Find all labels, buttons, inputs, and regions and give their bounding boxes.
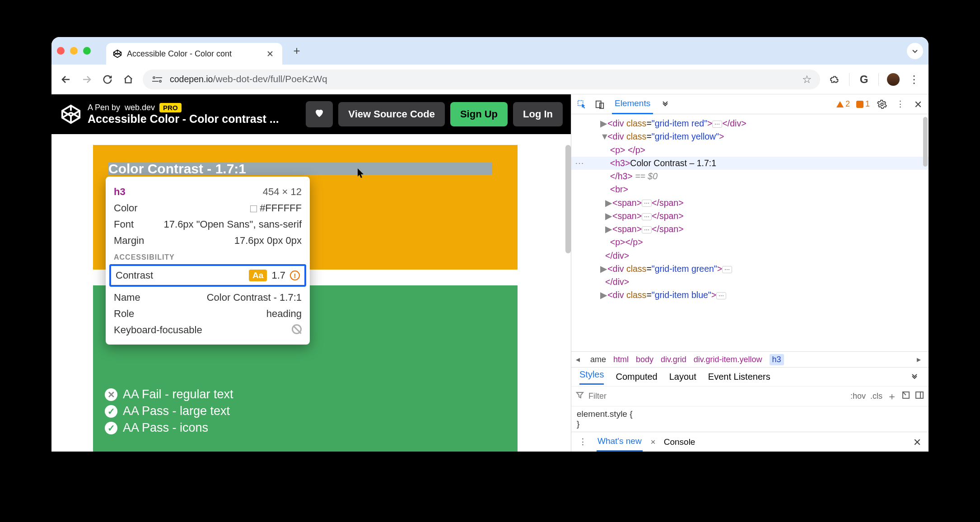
computed-tab[interactable]: Computed [616,372,657,382]
tab-overflow-button[interactable] [907,43,923,59]
dom-node[interactable]: ▶<div class="grid-item red">⋯</div> [571,117,929,130]
console-tab[interactable]: Console [664,437,695,447]
warning-icon: ! [290,270,300,280]
browser-tab[interactable]: Accessible Color - Color cont [106,43,282,65]
profile-avatar[interactable] [887,73,900,86]
heart-button[interactable] [306,101,333,127]
dom-node[interactable]: ▶<div class="grid-item green">⋯ [571,262,929,275]
dom-node[interactable]: ⋯ <h3>Color Contrast – 1.7:1 [571,157,929,170]
elements-tab[interactable]: Elements [612,94,653,114]
crumb-item[interactable]: body [636,355,653,364]
browser-toolbar: codepen.io/web-dot-dev/full/PoeKzWq ☆ G … [51,65,929,94]
view-source-button[interactable]: View Source Code [338,102,445,126]
maximize-window-icon[interactable] [83,47,91,55]
dom-node[interactable]: ▶<span>⋯</span> [571,196,929,210]
whats-new-tab[interactable]: What's new [597,432,643,452]
login-button[interactable]: Log In [513,102,563,126]
signup-button[interactable]: Sign Up [450,102,508,126]
svg-point-12 [159,80,161,82]
forward-button [80,73,93,86]
dom-node[interactable]: ▶<span>⋯</span> [571,210,929,223]
styles-tab[interactable]: Styles [579,369,604,385]
devtools-menu-icon[interactable]: ⋮ [894,98,906,110]
issues-badge[interactable]: 1 [856,99,870,109]
new-style-icon[interactable]: ＋ [887,390,897,403]
dom-node[interactable]: <p></p> [571,236,929,249]
dom-node[interactable]: </div> [571,275,929,289]
drawer-menu-icon[interactable]: ⋮ [577,436,588,448]
tab-close-icon[interactable] [266,50,274,58]
dom-node[interactable]: </h3> == $0 [571,170,929,183]
dom-node[interactable]: </div> [571,249,929,262]
crumb-item[interactable]: h3 [770,354,784,365]
svg-rect-22 [596,101,601,107]
event-listeners-tab[interactable]: Event Listeners [708,372,770,382]
toolbar-separator [878,73,879,86]
crumb-item[interactable]: html [613,355,629,364]
inspected-heading: Color Contrast - 1.7:1 [108,161,246,177]
check-icon: ✓ [105,405,117,418]
computed-styles-icon[interactable] [901,391,910,402]
crumb-item[interactable]: div.grid-item.yellow [694,355,762,364]
svg-point-10 [153,77,155,79]
dom-node[interactable]: ▶<span>⋯</span> [571,223,929,236]
dom-node[interactable]: <p> </p> [571,144,929,157]
close-window-icon[interactable] [57,47,65,55]
site-settings-icon[interactable] [151,75,163,84]
inspect-tooltip: h3454 × 12 Color#FFFFFFFont17.6px "Open … [106,177,310,345]
codepen-logo-icon[interactable] [60,103,82,126]
filter-icon [576,391,584,401]
reload-button[interactable] [101,73,114,86]
crumb-left-icon[interactable]: ◂ [576,354,583,364]
cursor-icon [357,168,366,179]
not-focusable-icon [292,324,302,334]
breadcrumb[interactable]: ◂ amehtmlbodydiv.griddiv.grid-item.yello… [571,351,929,368]
inspect-element-icon[interactable] [576,98,588,110]
page-viewport: A Pen by web.dev PRO Accessible Color - … [51,94,571,452]
close-whats-new-icon[interactable]: × [651,437,656,447]
hov-toggle[interactable]: :hov [850,392,866,401]
styles-body[interactable]: element.style { } [571,406,929,432]
crumb-item[interactable]: ame [590,355,606,364]
contrast-value: 1.7 [271,270,285,281]
more-tabs-icon[interactable] [659,98,671,110]
settings-icon[interactable] [876,98,888,110]
devtools-scrollbar[interactable] [923,117,928,167]
tooltip-tag: h3 [114,186,126,198]
window-controls [57,47,91,55]
close-drawer-icon[interactable] [911,436,923,448]
extensions-icon[interactable] [828,73,841,86]
dom-tree[interactable]: ▶<div class="grid-item red">⋯</div> ▼<di… [571,114,929,305]
tab-title: Accessible Color - Color cont [127,49,232,59]
back-button[interactable] [60,73,72,86]
device-toolbar-icon[interactable] [594,98,606,110]
close-devtools-icon[interactable] [912,98,924,110]
devtools-panel: Elements 2 1 ⋮ ▶<div class="grid-item re… [571,94,929,452]
browser-menu-icon[interactable]: ⋮ [908,73,920,86]
dom-node[interactable]: ▼<div class="grid-item yellow"> [571,130,929,143]
tooltip-section: ACCESSIBILITY [114,253,302,261]
toggle-sidebar-icon[interactable] [915,391,924,402]
google-account-icon[interactable]: G [858,73,870,86]
contrast-result: ✓AA Pass - large text [105,404,506,418]
page-scrollbar[interactable] [565,145,571,253]
dom-node[interactable]: ▶<div class="grid-item blue">⋯ [571,289,929,302]
crumb-item[interactable]: div.grid [661,355,686,364]
tooltip-contrast-row: Contrast Aa 1.7 ! [109,264,306,287]
more-styles-tabs-icon[interactable] [909,371,920,383]
cls-toggle[interactable]: .cls [870,392,882,401]
bookmark-icon[interactable]: ☆ [802,73,812,86]
crumb-right-icon[interactable]: ▸ [917,354,924,364]
codepen-favicon-icon [112,49,122,59]
url-text: codepen.io/web-dot-dev/full/PoeKzWq [170,73,327,86]
new-tab-button[interactable]: + [289,43,305,59]
layout-tab[interactable]: Layout [669,372,696,382]
address-bar[interactable]: codepen.io/web-dot-dev/full/PoeKzWq ☆ [143,70,820,89]
home-button[interactable] [122,73,135,86]
styles-filter-bar: :hov .cls ＋ [571,387,929,406]
devtools-tabs: Elements 2 1 ⋮ [571,94,929,114]
minimize-window-icon[interactable] [70,47,78,55]
dom-node[interactable]: <br> [571,183,929,196]
filter-input[interactable] [588,392,846,401]
warnings-badge[interactable]: 2 [836,99,850,109]
